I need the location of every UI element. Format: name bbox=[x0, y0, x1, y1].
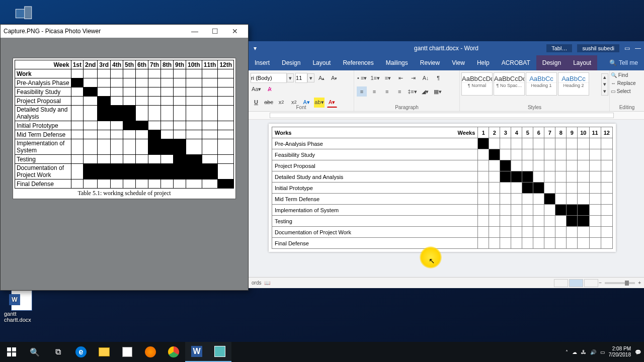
shrink-font-button[interactable]: A▾ bbox=[329, 73, 339, 83]
style-card-heading-1[interactable]: AaBbCcHeading 1 bbox=[526, 72, 557, 96]
font-name-dropdown-icon[interactable]: ▾ bbox=[287, 73, 294, 82]
pc-icon bbox=[13, 3, 34, 24]
maximize-button[interactable]: ☐ bbox=[205, 25, 225, 37]
clear-formatting-button[interactable]: A̷ bbox=[265, 84, 275, 94]
ribbon-tab-acrobat[interactable]: ACROBAT bbox=[496, 55, 536, 70]
taskbar-word-icon[interactable]: W bbox=[185, 342, 208, 362]
ribbon-tab-view[interactable]: View bbox=[446, 55, 471, 70]
word-status-bar[interactable]: ords 📖 − + bbox=[249, 277, 644, 288]
mouse-cursor-icon: ↖ bbox=[429, 256, 435, 265]
justify-button[interactable]: ≡ bbox=[394, 86, 405, 97]
font-size-input[interactable] bbox=[295, 73, 307, 83]
ribbon-tab-review[interactable]: Review bbox=[414, 55, 446, 70]
gantt-table-word[interactable]: WorksWeeks123456789101112Pre-Analysis Ph… bbox=[272, 127, 613, 249]
system-tray[interactable]: ˄ ☁ 🖧 🔊 ▭ 2:08 PM 7/20/2018 💬 bbox=[566, 342, 641, 362]
align-right-button[interactable]: ≡ bbox=[382, 86, 392, 97]
zoom-slider[interactable] bbox=[605, 282, 635, 284]
ribbon-tab-references[interactable]: References bbox=[337, 55, 379, 70]
ribbon-display-options-icon[interactable]: ▭ bbox=[624, 45, 630, 52]
web-layout-button[interactable] bbox=[584, 279, 598, 287]
taskbar-chrome-icon[interactable] bbox=[162, 342, 185, 362]
font-name-input[interactable] bbox=[251, 73, 287, 83]
search-button[interactable]: 🔍 bbox=[23, 342, 46, 362]
word-titlebar[interactable]: ▾ gantt chartt.docx - Word Tabl… sushil … bbox=[249, 41, 644, 55]
ribbon-tab-design[interactable]: Design bbox=[536, 55, 567, 70]
tray-network-icon[interactable]: 🖧 bbox=[581, 349, 586, 355]
shading-button[interactable]: ◢▾ bbox=[420, 86, 430, 97]
ribbon: ▾ ▾ A▴ A▾ Aa▾ A̷ U abc x2 x2 A▾ ab▾ A▾ F… bbox=[249, 70, 644, 112]
replace-button[interactable]: ↔ Replace bbox=[611, 79, 643, 87]
style-card-heading-2[interactable]: AaBbCcHeading 2 bbox=[558, 72, 589, 96]
increase-indent-button[interactable]: ⇥ bbox=[408, 73, 418, 83]
tell-me-search[interactable]: 🔍Tell me bbox=[609, 59, 644, 66]
borders-button[interactable]: ▦▾ bbox=[433, 86, 443, 97]
line-spacing-button[interactable]: ‡≡▾ bbox=[407, 86, 418, 97]
document-page[interactable]: WorksWeeks123456789101112Pre-Analysis Ph… bbox=[269, 124, 616, 252]
contextual-tab-label[interactable]: Tabl… bbox=[546, 44, 572, 52]
word-account-name[interactable]: sushil subedi bbox=[577, 44, 619, 52]
svg-rect-5 bbox=[12, 352, 16, 356]
taskbar-explorer-icon[interactable] bbox=[93, 342, 116, 362]
document-area[interactable]: WorksWeeks123456789101112Pre-Analysis Ph… bbox=[249, 120, 644, 282]
ribbon-tab-mailings[interactable]: Mailings bbox=[380, 55, 414, 70]
picasa-image-content: Week1st2nd3rd4th5th6th7th8th9th10th11th1… bbox=[13, 58, 236, 199]
picasa-window: Capture.PNG - Picasa Photo Viewer — ☐ ✕ … bbox=[0, 24, 249, 291]
minimize-button[interactable]: — bbox=[185, 25, 205, 37]
word-doc-icon: W bbox=[11, 290, 32, 311]
ribbon-tab-insert[interactable]: Insert bbox=[249, 55, 276, 70]
read-mode-button[interactable] bbox=[554, 279, 568, 287]
style-card---no-spac-[interactable]: AaBbCcDc¶ No Spac… bbox=[494, 72, 525, 96]
picasa-titlebar[interactable]: Capture.PNG - Picasa Photo Viewer — ☐ ✕ bbox=[1, 25, 248, 38]
status-words[interactable]: ords bbox=[252, 280, 261, 286]
decrease-indent-button[interactable]: ⇤ bbox=[395, 73, 406, 83]
align-left-button[interactable]: ≡ bbox=[357, 86, 367, 97]
taskbar-edge-icon[interactable]: e bbox=[69, 342, 93, 362]
word-minimize-button[interactable]: — bbox=[635, 45, 641, 52]
find-button[interactable]: 🔍 Find bbox=[611, 71, 643, 79]
task-view-button[interactable]: ⧉ bbox=[46, 342, 69, 362]
taskbar-firefox-icon[interactable] bbox=[139, 342, 162, 362]
start-button[interactable] bbox=[0, 342, 23, 362]
taskbar-picasa-icon[interactable] bbox=[208, 342, 231, 362]
bullets-button[interactable]: • ≡▾ bbox=[357, 73, 367, 83]
svg-rect-3 bbox=[12, 347, 16, 351]
desktop-file-label: gantt chartt.docx bbox=[4, 311, 39, 323]
styles-gallery-more-button[interactable]: ▴▾▾ bbox=[601, 73, 608, 96]
zoom-in-button[interactable]: + bbox=[638, 280, 641, 286]
quick-access-dropdown-icon[interactable]: ▾ bbox=[254, 45, 257, 52]
spellcheck-icon[interactable]: 📖 bbox=[264, 280, 270, 286]
select-button[interactable]: ▭ Select bbox=[611, 87, 643, 96]
desktop-this-pc-icon[interactable] bbox=[6, 3, 41, 24]
picasa-viewport[interactable]: Week1st2nd3rd4th5th6th7th8th9th10th11th1… bbox=[1, 38, 248, 290]
ribbon-tab-layout[interactable]: Layout bbox=[306, 55, 337, 70]
font-group: ▾ ▾ A▴ A▾ Aa▾ A̷ U abc x2 x2 A▾ ab▾ A▾ F… bbox=[249, 70, 354, 111]
horizontal-ruler[interactable] bbox=[249, 112, 644, 120]
ribbon-tab-layout[interactable]: Layout bbox=[567, 55, 597, 70]
ribbon-tab-help[interactable]: Help bbox=[471, 55, 496, 70]
desktop-word-file-icon[interactable]: W gantt chartt.docx bbox=[4, 290, 39, 323]
ribbon-tab-design[interactable]: Design bbox=[276, 55, 306, 70]
align-center-button[interactable]: ≡ bbox=[369, 86, 379, 97]
numbering-button[interactable]: 1≡▾ bbox=[370, 73, 380, 83]
search-icon: 🔍 bbox=[609, 59, 617, 66]
action-center-icon[interactable]: 💬 bbox=[635, 349, 641, 355]
sort-button[interactable]: A↓ bbox=[421, 73, 431, 83]
tray-volume-icon[interactable]: 🔊 bbox=[590, 349, 596, 355]
tray-ime-icon[interactable]: ▭ bbox=[600, 349, 605, 355]
grow-font-button[interactable]: A▴ bbox=[316, 73, 327, 83]
table-caption: Table 5.1: working schedule of project bbox=[15, 189, 234, 197]
font-size-dropdown-icon[interactable]: ▾ bbox=[307, 73, 314, 82]
tray-up-icon[interactable]: ˄ bbox=[566, 349, 568, 355]
taskbar-clock[interactable]: 2:08 PM 7/20/2018 bbox=[609, 346, 631, 358]
print-layout-button[interactable] bbox=[569, 279, 583, 287]
show-paragraph-marks-button[interactable]: ¶ bbox=[433, 73, 443, 83]
svg-rect-2 bbox=[7, 347, 11, 351]
multilevel-list-button[interactable]: ≡▾ bbox=[383, 73, 393, 83]
paragraph-group-label: Paragraph bbox=[354, 105, 459, 110]
zoom-out-button[interactable]: − bbox=[599, 280, 602, 286]
style-card---normal[interactable]: AaBbCcDc¶ Normal bbox=[461, 72, 493, 96]
taskbar-store-icon[interactable] bbox=[116, 342, 139, 362]
change-case-button[interactable]: Aa▾ bbox=[251, 84, 262, 94]
close-button[interactable]: ✕ bbox=[225, 25, 245, 37]
tray-onedrive-icon[interactable]: ☁ bbox=[572, 349, 577, 355]
